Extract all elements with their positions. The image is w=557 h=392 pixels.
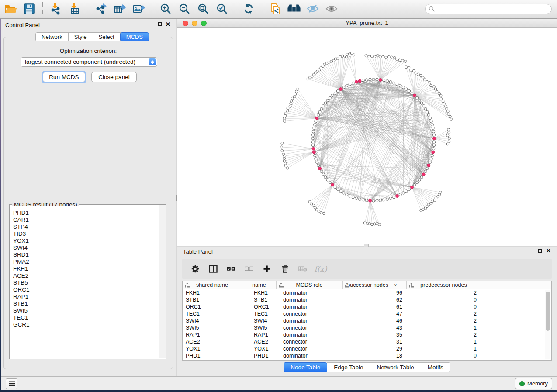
- network-window-titlebar[interactable]: YPA_prune.txt_1: [177, 19, 557, 28]
- mcds-result-item[interactable]: GCR1: [13, 321, 158, 328]
- main-toolbar: [0, 0, 557, 19]
- tab-network-table[interactable]: Network Table: [370, 362, 421, 372]
- toolbar-separator: [262, 2, 262, 15]
- close-panel-icon[interactable]: ✕: [166, 22, 170, 27]
- float-table-panel-icon[interactable]: [538, 249, 542, 253]
- column-header-MCDS-role[interactable]: MCDS role: [277, 281, 343, 289]
- show-details-icon[interactable]: [325, 2, 339, 15]
- mcds-result-item[interactable]: ORC1: [13, 286, 158, 293]
- search-network-icon[interactable]: [287, 2, 301, 15]
- add-row-icon[interactable]: [263, 264, 271, 274]
- unselect-all-icon[interactable]: [245, 264, 253, 274]
- import-table-icon[interactable]: [68, 2, 82, 15]
- tab-node-table[interactable]: Node Table: [284, 362, 327, 372]
- zoom-in-icon[interactable]: [159, 2, 173, 15]
- mcds-result-item[interactable]: ACE2: [13, 272, 158, 279]
- control-panel-tabs: NetworkStyleSelectMCDS: [35, 32, 149, 41]
- table-row[interactable]: STB1STB1dominator620: [183, 296, 551, 303]
- toolbar-separator: [152, 2, 152, 15]
- delete-table-icon[interactable]: [298, 264, 307, 274]
- table-row[interactable]: SWI4SWI4dominator462: [183, 317, 551, 324]
- tab-motifs[interactable]: Motifs: [421, 362, 450, 372]
- show-columns-icon[interactable]: [209, 264, 218, 274]
- control-panel: Control Panel ✕ NetworkStyleSelectMCDS O…: [1, 19, 176, 376]
- open-folder-icon[interactable]: [3, 2, 17, 15]
- column-header-name[interactable]: name: [242, 281, 277, 289]
- mcds-result-item[interactable]: SWI4: [13, 244, 158, 251]
- import-network-icon[interactable]: [49, 2, 63, 15]
- hide-details-icon[interactable]: [306, 2, 320, 15]
- refresh-icon[interactable]: [242, 2, 256, 15]
- memory-button[interactable]: Memory: [515, 378, 552, 389]
- optimization-criterion-select[interactable]: largest connected component (undirected): [21, 57, 157, 67]
- close-panel-button[interactable]: Close panel: [91, 72, 137, 82]
- zoom-fit-icon[interactable]: [196, 2, 210, 15]
- export-image-icon[interactable]: [132, 2, 146, 15]
- select-all-icon[interactable]: [227, 264, 235, 274]
- delete-row-icon[interactable]: [280, 264, 289, 274]
- table-row[interactable]: ORC1ORC1dominator610: [183, 303, 551, 310]
- table-panel-tabs: Node TableEdge TableNetwork TableMotifs: [177, 362, 557, 372]
- memory-status-icon: [519, 381, 525, 386]
- mcds-result-item[interactable]: RAP1: [13, 293, 158, 300]
- mcds-result-item[interactable]: PMA2: [13, 258, 158, 265]
- window-minimize-icon[interactable]: [192, 21, 197, 26]
- search-input[interactable]: [425, 4, 552, 14]
- tab-select[interactable]: Select: [93, 32, 121, 41]
- task-history-button[interactable]: [6, 378, 17, 389]
- network-view[interactable]: [177, 28, 557, 246]
- mcds-result-item[interactable]: SRD1: [13, 251, 158, 258]
- node-table: shared namenameMCDS rolesuccessor nodes∨…: [182, 281, 552, 361]
- mcds-list-scrollbar[interactable]: [159, 205, 166, 358]
- tab-style[interactable]: Style: [68, 32, 93, 41]
- table-row[interactable]: TEC1TEC1connector472: [183, 310, 551, 317]
- table-scrollbar[interactable]: [545, 290, 550, 359]
- status-bar: Memory: [1, 376, 557, 390]
- table-row[interactable]: FKH1FKH1dominator962: [183, 289, 551, 296]
- table-row[interactable]: YOX1YOX1connector291: [183, 345, 551, 352]
- window-close-icon[interactable]: [183, 21, 188, 26]
- run-mcds-button[interactable]: Run MCDS: [43, 72, 85, 82]
- tab-mcds[interactable]: MCDS: [120, 32, 149, 41]
- search-icon: [429, 6, 435, 12]
- column-header-shared-name[interactable]: shared name: [183, 281, 242, 289]
- mcds-result-group: MCDS result (17 nodes) PHD1CAR1STP4TID3Y…: [9, 204, 166, 359]
- table-panel-title: Table Panel: [183, 248, 213, 255]
- close-table-panel-icon[interactable]: ✕: [546, 248, 551, 253]
- table-row[interactable]: RAP1RAP1dominator352: [183, 331, 551, 338]
- mcds-result-item[interactable]: FKH1: [13, 265, 158, 272]
- memory-label: Memory: [527, 380, 548, 387]
- mcds-result-item[interactable]: TEC1: [13, 314, 158, 321]
- zoom-selected-icon[interactable]: [215, 2, 229, 15]
- save-icon[interactable]: [22, 2, 36, 15]
- float-panel-icon[interactable]: [158, 22, 162, 26]
- table-row[interactable]: PHD1PHD1dominator180: [183, 352, 551, 359]
- tab-edge-table[interactable]: Edge Table: [327, 362, 370, 372]
- mcds-result-item[interactable]: STB1: [13, 300, 158, 307]
- table-row[interactable]: SWI5SWI5connector431: [183, 324, 551, 331]
- table-row[interactable]: ACE2ACE2connector311: [183, 338, 551, 345]
- mcds-result-item[interactable]: TID3: [13, 230, 158, 237]
- column-header-predecessor-nodes[interactable]: predecessor nodes: [407, 281, 481, 289]
- table-options-icon[interactable]: [191, 264, 200, 274]
- mcds-result-item[interactable]: SWI5: [13, 307, 158, 314]
- clone-network-icon[interactable]: [268, 2, 282, 15]
- tab-network[interactable]: Network: [35, 32, 69, 41]
- table-scrollbar-thumb[interactable]: [546, 292, 550, 331]
- optimization-criterion-label: Optimization criterion:: [4, 48, 173, 54]
- zoom-out-icon[interactable]: [177, 2, 191, 15]
- toolbar-separator: [235, 2, 235, 15]
- window-maximize-icon[interactable]: [201, 21, 207, 26]
- mcds-result-list[interactable]: PHD1CAR1STP4TID3YOX1SWI4SRD1PMA2FKH1ACE2…: [10, 206, 158, 358]
- mcds-result-item[interactable]: PHD1: [13, 210, 158, 217]
- function-builder-icon[interactable]: f(x): [316, 264, 325, 274]
- export-table-icon[interactable]: [113, 2, 127, 15]
- column-header-successor-nodes[interactable]: successor nodes∨: [343, 281, 407, 289]
- mcds-result-item[interactable]: YOX1: [13, 237, 158, 244]
- task-list-icon: [9, 381, 15, 386]
- export-network-icon[interactable]: [94, 2, 108, 15]
- mcds-result-item[interactable]: STP4: [13, 224, 158, 230]
- mcds-result-item[interactable]: STB5: [13, 279, 158, 286]
- toolbar-separator: [88, 2, 88, 15]
- mcds-result-item[interactable]: CAR1: [13, 217, 158, 224]
